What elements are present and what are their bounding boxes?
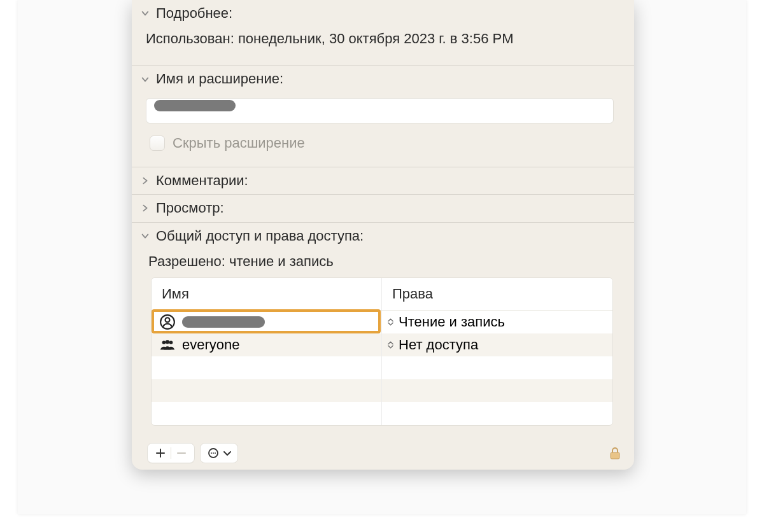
svg-point-4 (169, 340, 173, 344)
chevron-down-icon (139, 74, 151, 85)
svg-rect-12 (611, 452, 619, 459)
rights-stepper-icon (386, 314, 395, 330)
filename-input[interactable] (146, 98, 614, 123)
info-panel: Подробнее: Использован: понедельник, 30 … (132, 0, 634, 470)
table-row-empty (152, 379, 612, 402)
section-details: Подробнее: Использован: понедельник, 30 … (132, 0, 634, 65)
section-sharing-title: Общий доступ и права доступа: (156, 228, 364, 244)
section-name-ext-header[interactable]: Имя и расширение: (132, 66, 634, 92)
table-row-empty (152, 402, 612, 425)
svg-point-2 (162, 340, 166, 344)
ellipsis-circle-icon (206, 445, 221, 461)
add-remove-group (147, 443, 195, 463)
table-row[interactable]: everyone Нет доступа (152, 333, 612, 356)
table-row-empty (152, 356, 612, 379)
details-used-label: Использован: (146, 31, 234, 46)
section-details-body: Использован: понедельник, 30 октября 202… (132, 27, 634, 65)
details-used-row: Использован: понедельник, 30 октября 202… (146, 29, 624, 56)
action-menu-button[interactable] (200, 443, 238, 463)
group-icon (159, 337, 176, 353)
col-name[interactable]: Имя (152, 278, 382, 310)
permissions-table-header: Имя Права (152, 278, 612, 311)
row-rights-cell[interactable]: Чтение и запись (382, 311, 613, 333)
svg-point-11 (215, 452, 216, 454)
section-details-title: Подробнее: (156, 5, 232, 22)
chevron-down-icon (139, 230, 151, 242)
user-icon (159, 314, 176, 330)
permissions-table-body: Чтение и запись (152, 311, 612, 425)
redacted-username (182, 316, 265, 328)
chevron-down-icon (139, 8, 151, 19)
remove-button[interactable] (174, 445, 189, 461)
row-name-cell: everyone (152, 333, 382, 356)
col-rights[interactable]: Права (382, 278, 613, 310)
section-preview: Просмотр: (132, 194, 634, 221)
svg-point-1 (166, 318, 170, 322)
section-name-ext-body: Скрыть расширение (132, 93, 634, 167)
screenshot-frame: Подробнее: Использован: понедельник, 30 … (18, 0, 746, 514)
redacted-filename (154, 100, 236, 111)
section-comments-title: Комментарии: (156, 172, 248, 189)
svg-point-9 (211, 452, 212, 454)
svg-point-10 (213, 452, 214, 454)
svg-point-3 (166, 340, 169, 344)
section-sharing-header[interactable]: Общий доступ и права доступа: (132, 223, 634, 249)
row-name-cell (152, 311, 382, 333)
permission-summary: Разрешено: чтение и запись (146, 252, 624, 277)
section-comments: Комментарии: (132, 167, 634, 194)
section-preview-title: Просмотр: (156, 200, 224, 216)
add-button[interactable] (153, 445, 168, 461)
section-sharing: Общий доступ и права доступа: Разрешено:… (132, 222, 634, 435)
details-used-value: понедельник, 30 октября 2023 г. в 3:56 P… (238, 31, 514, 46)
row-rights-value: Нет доступа (399, 337, 478, 353)
divider (171, 447, 171, 459)
rights-stepper-icon (386, 337, 395, 353)
permissions-table: Имя Права (151, 277, 613, 426)
lock-icon[interactable] (606, 444, 624, 462)
section-name-ext: Имя и расширение: Скрыть расширение (132, 65, 634, 166)
section-sharing-body: Разрешено: чтение и запись Имя Права (132, 249, 634, 435)
hide-extension-label: Скрыть расширение (173, 135, 305, 151)
row-rights-cell[interactable]: Нет доступа (382, 333, 613, 356)
section-details-header[interactable]: Подробнее: (132, 0, 634, 27)
hide-extension-checkbox[interactable] (150, 136, 165, 151)
row-name-value: everyone (182, 337, 240, 353)
chevron-right-icon (139, 202, 151, 214)
section-comments-header[interactable]: Комментарии: (132, 167, 634, 194)
hide-extension-row: Скрыть расширение (146, 132, 624, 158)
chevron-down-icon (222, 445, 232, 461)
table-row[interactable]: Чтение и запись (152, 311, 612, 333)
section-preview-header[interactable]: Просмотр: (132, 195, 634, 221)
section-name-ext-title: Имя и расширение: (156, 71, 283, 87)
chevron-right-icon (139, 175, 151, 186)
row-rights-value: Чтение и запись (399, 314, 505, 330)
permissions-toolbar (132, 437, 634, 470)
